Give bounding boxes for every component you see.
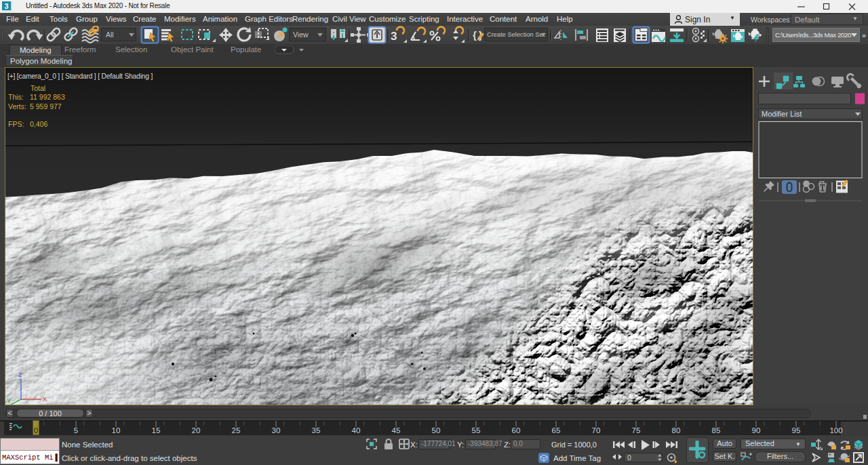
svg-text:3: 3 (5, 2, 9, 10)
svg-text:25: 25 (232, 426, 241, 434)
svg-text:10: 10 (112, 426, 121, 434)
svg-text:»: » (862, 31, 866, 39)
svg-text:View: View (293, 31, 309, 39)
svg-text:15: 15 (152, 426, 161, 434)
svg-text:C:\Users\rds...3ds Max 2020: C:\Users\rds...3ds Max 2020 (775, 31, 852, 39)
svg-text:Create Selection Set: Create Selection Set (487, 31, 545, 38)
svg-text:All: All (106, 31, 114, 39)
svg-text:45: 45 (392, 426, 401, 434)
svg-text:50: 50 (432, 426, 441, 434)
svg-text:35: 35 (312, 426, 321, 434)
svg-text:60: 60 (512, 426, 521, 434)
svg-text:85: 85 (712, 426, 721, 434)
svg-text:70: 70 (592, 426, 601, 434)
svg-text:55: 55 (472, 426, 481, 434)
svg-text:Y: Y (7, 397, 11, 404)
svg-text:30: 30 (272, 426, 281, 434)
svg-text:0: 0 (34, 426, 38, 434)
svg-text:X: X (43, 396, 47, 403)
svg-text:0: 0 (627, 453, 631, 462)
svg-text:75: 75 (632, 426, 641, 434)
svg-text:3: 3 (391, 30, 397, 43)
svg-text:100: 100 (829, 426, 842, 434)
svg-text:20: 20 (192, 426, 201, 434)
svg-text:Z: Z (18, 371, 22, 378)
svg-text:5: 5 (74, 426, 78, 434)
svg-text:Modifier List: Modifier List (762, 110, 802, 118)
svg-text:65: 65 (552, 426, 561, 434)
svg-text:40: 40 (352, 426, 361, 434)
svg-text:95: 95 (792, 426, 801, 434)
svg-text:90: 90 (752, 426, 761, 434)
svg-text:80: 80 (672, 426, 681, 434)
